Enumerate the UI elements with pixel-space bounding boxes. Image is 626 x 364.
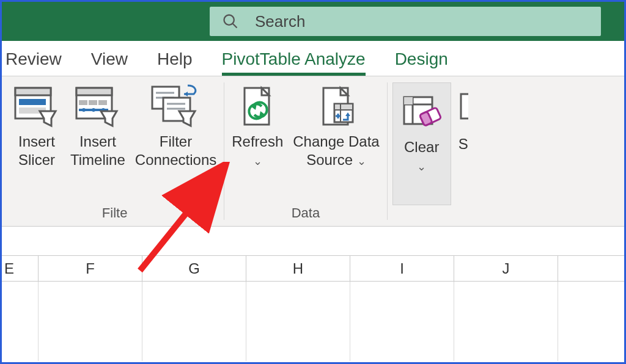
tab-review[interactable]: Review	[6, 49, 62, 76]
group-actions: Clear ⌄ S	[388, 76, 473, 226]
select-button-partial[interactable]: S	[456, 82, 468, 205]
svg-rect-25	[334, 104, 353, 110]
ribbon: Insert Slicer	[2, 76, 624, 227]
svg-rect-10	[98, 100, 107, 105]
chevron-down-icon: ⌄	[357, 155, 366, 167]
svg-rect-34	[461, 94, 468, 118]
group-filter: Insert Slicer	[2, 76, 224, 226]
cell-grid[interactable]	[2, 282, 624, 361]
clear-icon	[400, 88, 443, 136]
tab-help[interactable]: Help	[157, 49, 193, 76]
clear-button[interactable]: Clear ⌄	[392, 82, 451, 205]
search-box[interactable]: Search	[210, 7, 601, 36]
group-data: Refresh ⌄ Change Data Source ⌄	[224, 76, 386, 226]
select-icon	[458, 85, 468, 133]
svg-point-12	[82, 108, 86, 112]
svg-rect-9	[89, 100, 97, 105]
formula-bar[interactable]	[2, 227, 624, 256]
col-header[interactable]: F	[39, 256, 142, 281]
filter-connections-icon	[150, 82, 202, 130]
col-header[interactable]: G	[142, 256, 246, 281]
title-bar: Search	[2, 2, 624, 41]
tab-design[interactable]: Design	[395, 49, 448, 76]
insert-timeline-button[interactable]: Insert Timeline	[68, 80, 128, 205]
group-label-filter: Filte	[102, 205, 128, 224]
svg-rect-4	[19, 99, 46, 105]
tab-pivottable-analyze[interactable]: PivotTable Analyze	[222, 49, 366, 76]
filter-connections-button[interactable]: Filter Connections	[133, 80, 219, 205]
tab-view[interactable]: View	[91, 49, 128, 76]
change-data-source-icon	[315, 82, 358, 130]
slicer-icon	[13, 82, 61, 130]
group-label-data: Data	[292, 205, 320, 224]
refresh-button[interactable]: Refresh ⌄	[229, 80, 285, 205]
svg-point-0	[224, 15, 234, 25]
svg-rect-7	[76, 88, 112, 95]
search-placeholder: Search	[255, 12, 305, 31]
chevron-down-icon: ⌄	[417, 161, 426, 173]
col-header[interactable]: J	[454, 256, 558, 281]
column-headers: E F G H I J	[2, 256, 624, 282]
ribbon-tabs: Review View Help PivotTable Analyze Desi…	[2, 41, 624, 76]
svg-rect-3	[15, 88, 51, 95]
timeline-icon	[74, 82, 122, 130]
change-data-source-button[interactable]: Change Data Source ⌄	[290, 80, 381, 205]
svg-rect-31	[404, 97, 413, 104]
svg-line-1	[233, 24, 237, 28]
col-header[interactable]: E	[2, 256, 39, 281]
chevron-down-icon: ⌄	[253, 155, 262, 167]
search-icon	[222, 13, 239, 30]
svg-rect-8	[79, 100, 87, 105]
col-header[interactable]: I	[350, 256, 454, 281]
svg-point-13	[92, 108, 95, 112]
insert-slicer-button[interactable]: Insert Slicer	[10, 80, 63, 205]
col-header[interactable]: H	[246, 256, 350, 281]
refresh-icon	[236, 82, 279, 130]
svg-marker-18	[184, 92, 188, 96]
